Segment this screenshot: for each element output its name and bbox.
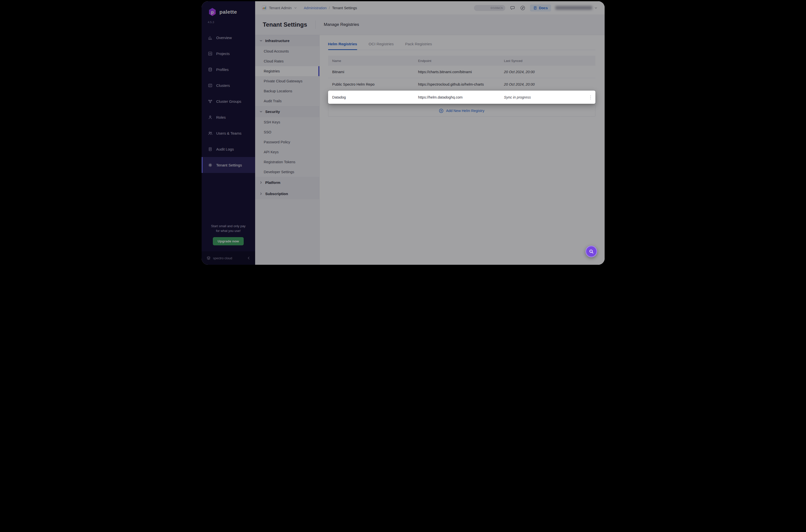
subnav-item-password-policy[interactable]: Password Policy — [255, 137, 319, 147]
subnav-item-label: API Keys — [264, 150, 279, 154]
projects-icon — [208, 51, 212, 56]
subnav-item-label: SSO — [264, 130, 271, 134]
cell-endpoint: https://spectrocloud.github.io/helm-char… — [414, 82, 500, 86]
user-menu[interactable] — [555, 6, 598, 10]
title-divider — [315, 20, 316, 29]
subnav-item-label: Cloud Rates — [264, 59, 284, 63]
brand-logo-row: p palette — [202, 1, 255, 17]
section-security[interactable]: Security — [255, 106, 319, 117]
helm-registries-table: Name Endpoint Last Synced Bitnami https:… — [328, 56, 595, 117]
help-button[interactable] — [520, 5, 526, 11]
tab-helm-registries[interactable]: Helm Registries — [328, 42, 357, 50]
cell-endpoint: https://charts.bitnami.com/bitnami — [414, 70, 500, 74]
subnav-item-cloud-accounts[interactable]: Cloud Accounts — [255, 46, 319, 56]
chevron-down-icon — [259, 110, 263, 113]
chevron-right-icon — [259, 181, 263, 184]
chevron-down-icon — [259, 39, 263, 42]
section-platform[interactable]: Platform — [255, 177, 319, 188]
settings-subnav: Infrastructure Cloud Accounts Cloud Rate… — [255, 35, 320, 265]
subnav-item-registration-tokens[interactable]: Registration Tokens — [255, 157, 319, 167]
docs-icon — [533, 6, 537, 10]
section-infrastructure[interactable]: Infrastructure — [255, 35, 319, 46]
sidebar-item-clusters[interactable]: Clusters — [202, 77, 255, 93]
sidebar-item-tenant-settings[interactable]: Tenant Settings — [202, 157, 255, 173]
breadcrumb-administration[interactable]: Administration — [304, 6, 326, 10]
floating-search-button[interactable] — [585, 246, 597, 257]
row-actions-kebab-icon[interactable]: ⋮ — [586, 95, 595, 100]
subnav-item-sso[interactable]: SSO — [255, 127, 319, 137]
subnav-item-label: Cloud Accounts — [264, 49, 289, 53]
column-header-name: Name — [328, 59, 414, 63]
sidebar-item-label: Projects — [216, 52, 230, 56]
sidebar-item-projects[interactable]: Projects — [202, 45, 255, 61]
sidebar-item-label: Clusters — [216, 83, 230, 88]
tenant-selector-label: Tenant Admin — [269, 6, 292, 10]
sidebar-item-label: Overview — [216, 36, 232, 40]
registry-tabs: Helm Registries OCI Registries Pack Regi… — [328, 42, 595, 50]
upgrade-promo: Start small and only pay for what you us… — [202, 224, 255, 245]
chat-button[interactable] — [509, 5, 516, 11]
subnav-item-cloud-rates[interactable]: Cloud Rates — [255, 56, 319, 66]
clusters-icon — [208, 83, 212, 88]
sidebar-item-roles[interactable]: Roles — [202, 109, 255, 125]
sidebar-footer: spectro cloud — [202, 251, 255, 265]
sidebar-item-users-teams[interactable]: Users & Teams — [202, 125, 255, 141]
section-label: Security — [265, 110, 280, 114]
sidebar-item-label: Cluster Groups — [216, 99, 241, 103]
cell-last-synced: 20 Oct 2024, 20:00 — [500, 82, 586, 86]
search-icon — [589, 249, 594, 254]
table-row-public-spectro-helm-repo[interactable]: Public Spectro Helm Repo https://spectro… — [328, 78, 595, 91]
cell-name: Bitnami — [328, 70, 414, 74]
sidebar-item-label: Profiles — [216, 68, 229, 72]
brand-name: palette — [220, 9, 237, 15]
usage-meter-value: 0/100kCh — [491, 6, 503, 10]
gear-icon — [208, 163, 212, 168]
main-area: Tenant Admin Administration / Tenant Set… — [255, 1, 605, 265]
tab-pack-registries[interactable]: Pack Registries — [405, 42, 432, 50]
panels: Infrastructure Cloud Accounts Cloud Rate… — [255, 35, 605, 265]
cell-name: Datadog — [328, 95, 414, 99]
subnav-item-label: Developer Settings — [264, 170, 295, 174]
sidebar-item-overview[interactable]: Overview — [202, 30, 255, 45]
layers-icon — [208, 67, 212, 72]
table-row-bitnami[interactable]: Bitnami https://charts.bitnami.com/bitna… — [328, 66, 595, 78]
compass-icon — [520, 5, 525, 11]
sidebar: p palette 4.5.3 Overview Projects Profil… — [202, 1, 255, 265]
upgrade-button[interactable]: Upgrade now — [213, 237, 244, 245]
subnav-item-backup-locations[interactable]: Backup Locations — [255, 86, 319, 96]
add-helm-registry-button[interactable]: Add New Helm Registry — [328, 105, 595, 117]
tenant-scope-selector[interactable]: Tenant Admin — [262, 5, 298, 11]
table-row-datadog[interactable]: Datadog https://helm.datadoghq.com Sync … — [328, 91, 595, 104]
breadcrumb: Administration / Tenant Settings — [304, 6, 357, 10]
chevron-right-icon — [259, 192, 263, 195]
person-icon — [208, 115, 212, 120]
subnav-item-registries[interactable]: Registries — [255, 66, 319, 76]
breadcrumb-separator: / — [329, 6, 330, 10]
page-header: Tenant Settings Manage Registries — [255, 15, 605, 35]
breadcrumb-current: Tenant Settings — [332, 6, 357, 10]
subnav-item-api-keys[interactable]: API Keys — [255, 147, 319, 157]
subnav-item-ssh-keys[interactable]: SSH Keys — [255, 117, 319, 127]
add-helm-registry-label: Add New Helm Registry — [446, 109, 484, 113]
chevron-down-icon — [294, 6, 297, 10]
palette-logo-icon: p — [208, 7, 217, 17]
subnav-item-audit-trails[interactable]: Audit Trails — [255, 96, 319, 106]
sidebar-item-profiles[interactable]: Profiles — [202, 61, 255, 77]
top-bar: Tenant Admin Administration / Tenant Set… — [255, 1, 605, 15]
subnav-item-developer-settings[interactable]: Developer Settings — [255, 167, 319, 177]
promo-line-2: for what you use! — [206, 229, 251, 233]
table-header-row: Name Endpoint Last Synced — [328, 56, 595, 66]
cell-last-synced: Sync in progress — [500, 95, 586, 99]
subnav-item-label: Backup Locations — [264, 89, 292, 93]
page-subtitle: Manage Registries — [324, 22, 359, 27]
docs-button[interactable]: Docs — [530, 4, 551, 12]
sidebar-nav: Overview Projects Profiles Clusters Clus… — [202, 30, 255, 173]
spectro-cloud-logo-icon — [206, 255, 211, 261]
sidebar-collapse-button[interactable] — [247, 256, 251, 260]
sidebar-item-audit-logs[interactable]: Audit Logs — [202, 141, 255, 157]
sidebar-item-cluster-groups[interactable]: Cluster Groups — [202, 93, 255, 109]
subnav-item-private-cloud-gateways[interactable]: Private Cloud Gateways — [255, 76, 319, 86]
section-label: Subscription — [265, 192, 288, 196]
tab-oci-registries[interactable]: OCI Registries — [369, 42, 394, 50]
section-subscription[interactable]: Subscription — [255, 188, 319, 199]
